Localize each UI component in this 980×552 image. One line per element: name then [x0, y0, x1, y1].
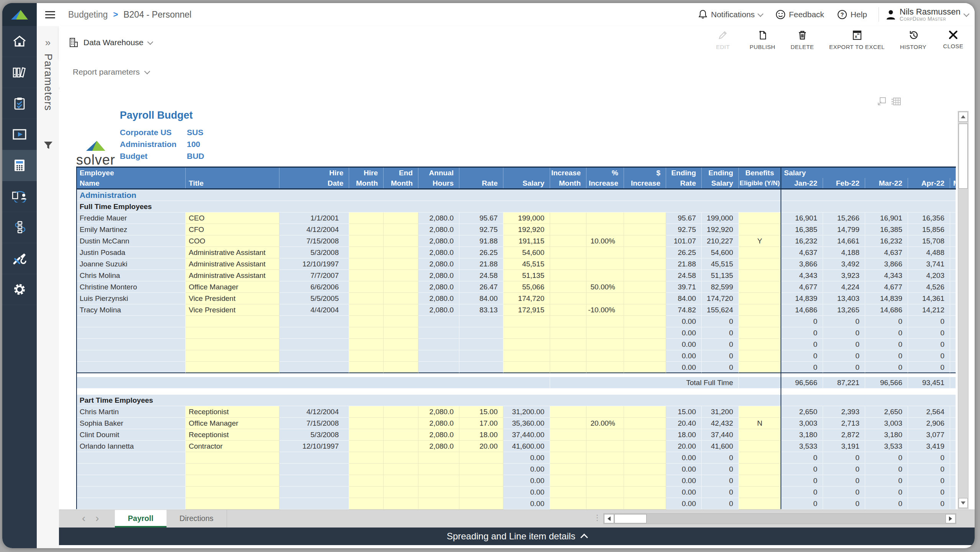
input-cell[interactable]: 51,135	[503, 270, 550, 281]
input-cell[interactable]	[186, 498, 279, 510]
input-cell[interactable]: 15.00	[459, 406, 503, 418]
scroll-right-button[interactable]	[946, 514, 956, 523]
input-cell[interactable]	[349, 247, 384, 258]
input-cell[interactable]	[384, 270, 418, 281]
input-cell[interactable]	[739, 339, 781, 350]
horizontal-scroll-thumb[interactable]	[614, 514, 647, 523]
input-cell[interactable]: 199,000	[503, 212, 550, 224]
input-cell[interactable]	[739, 487, 781, 498]
input-cell[interactable]: Receptionist	[186, 429, 279, 441]
vertical-scroll-thumb[interactable]	[959, 124, 968, 189]
input-cell[interactable]	[586, 406, 624, 418]
sidebar-item-library[interactable]	[2, 57, 37, 88]
input-cell[interactable]	[624, 258, 666, 270]
input-cell[interactable]: Administrative Assistant	[186, 258, 279, 270]
input-cell[interactable]	[384, 362, 418, 373]
scroll-down-button[interactable]	[959, 498, 968, 508]
input-cell[interactable]: COO	[186, 235, 279, 247]
input-cell[interactable]	[739, 327, 781, 339]
expand-panel-icon[interactable]: »	[37, 37, 59, 49]
input-cell[interactable]	[586, 293, 624, 304]
input-cell[interactable]: 174,720	[503, 293, 550, 304]
sidebar-item-settings[interactable]	[2, 274, 37, 305]
input-cell[interactable]	[349, 487, 384, 498]
input-cell[interactable]: Receptionist	[186, 406, 279, 418]
input-cell[interactable]	[459, 487, 503, 498]
input-cell[interactable]	[418, 452, 459, 464]
input-cell[interactable]: Vice President	[186, 304, 279, 316]
user-menu[interactable]: Nils Rasmussen CorpDemo Master	[886, 7, 969, 22]
input-cell[interactable]	[186, 452, 279, 464]
input-cell[interactable]	[384, 212, 418, 224]
input-cell[interactable]: 2,080.0	[418, 406, 459, 418]
input-cell[interactable]	[624, 212, 666, 224]
input-cell[interactable]	[503, 350, 550, 362]
input-cell[interactable]	[739, 441, 781, 452]
input-cell[interactable]	[349, 281, 384, 293]
input-cell[interactable]	[384, 475, 418, 487]
input-cell[interactable]	[586, 339, 624, 350]
input-cell[interactable]	[739, 281, 781, 293]
help-button[interactable]: ? Help	[833, 10, 872, 20]
input-cell[interactable]	[349, 327, 384, 339]
input-cell[interactable]	[624, 247, 666, 258]
input-cell[interactable]	[739, 464, 781, 475]
input-cell[interactable]: Y	[739, 235, 781, 247]
delete-button[interactable]: DELETE	[791, 30, 814, 50]
input-cell[interactable]: 20.00	[459, 441, 503, 452]
input-cell[interactable]	[624, 316, 666, 327]
input-cell[interactable]	[550, 270, 586, 281]
input-cell[interactable]	[349, 270, 384, 281]
history-button[interactable]: HISTORY	[900, 30, 926, 50]
input-cell[interactable]	[384, 418, 418, 429]
input-cell[interactable]: 54,600	[503, 247, 550, 258]
input-cell[interactable]	[739, 247, 781, 258]
input-cell[interactable]: CEO	[186, 212, 279, 224]
input-cell[interactable]	[349, 258, 384, 270]
input-cell[interactable]	[550, 362, 586, 373]
input-cell[interactable]: 45,515	[503, 258, 550, 270]
input-cell[interactable]	[418, 487, 459, 498]
sidebar-item-process[interactable]	[2, 212, 37, 243]
grid-view-icon[interactable]	[891, 96, 901, 108]
input-cell[interactable]	[349, 475, 384, 487]
sidebar-item-tasks[interactable]	[2, 88, 37, 119]
sidebar-item-home[interactable]	[2, 26, 37, 57]
input-cell[interactable]	[739, 316, 781, 327]
input-cell[interactable]	[186, 475, 279, 487]
input-cell[interactable]: -10.00%	[586, 304, 624, 316]
input-cell[interactable]	[349, 406, 384, 418]
input-cell[interactable]: 2,080.0	[418, 429, 459, 441]
input-cell[interactable]	[418, 464, 459, 475]
input-cell[interactable]	[550, 281, 586, 293]
sidebar-item-presentations[interactable]	[2, 119, 37, 150]
input-cell[interactable]: CFO	[186, 224, 279, 235]
input-cell[interactable]	[739, 362, 781, 373]
input-cell[interactable]: Contractor	[186, 441, 279, 452]
input-cell[interactable]	[503, 316, 550, 327]
input-cell[interactable]: Administrative Assistant	[186, 270, 279, 281]
input-cell[interactable]	[586, 247, 624, 258]
input-cell[interactable]	[624, 498, 666, 510]
input-cell[interactable]	[739, 304, 781, 316]
input-cell[interactable]	[503, 362, 550, 373]
input-cell[interactable]	[586, 224, 624, 235]
input-cell[interactable]	[550, 247, 586, 258]
breadcrumb[interactable]: Budgeting > B204 - Personnel	[68, 10, 191, 20]
input-cell[interactable]	[186, 339, 279, 350]
input-cell[interactable]	[624, 475, 666, 487]
input-cell[interactable]	[550, 339, 586, 350]
input-cell[interactable]	[624, 406, 666, 418]
input-cell[interactable]	[739, 212, 781, 224]
input-cell[interactable]	[550, 316, 586, 327]
input-cell[interactable]	[384, 429, 418, 441]
input-cell[interactable]	[739, 258, 781, 270]
scroll-up-button[interactable]	[959, 112, 968, 122]
input-cell[interactable]	[349, 418, 384, 429]
input-cell[interactable]	[503, 339, 550, 350]
input-cell[interactable]	[349, 224, 384, 235]
input-cell[interactable]	[739, 293, 781, 304]
input-cell[interactable]	[384, 247, 418, 258]
input-cell[interactable]: Vice President	[186, 293, 279, 304]
input-cell[interactable]	[186, 327, 279, 339]
